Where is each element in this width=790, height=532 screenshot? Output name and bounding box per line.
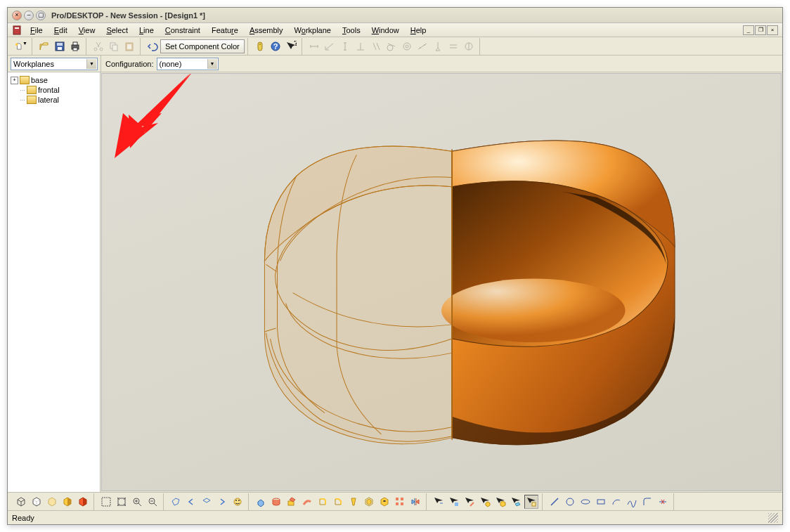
feature-pattern-button[interactable] — [393, 495, 407, 509]
mdi-restore[interactable]: ❐ — [755, 25, 766, 35]
menu-workplane[interactable]: Workplane — [289, 25, 337, 36]
window-controls: × – ▢ — [12, 11, 46, 20]
constraint-equal-button[interactable] — [446, 39, 460, 53]
info-button[interactable]: ? — [268, 39, 283, 53]
sketch-spline-button[interactable] — [625, 495, 639, 509]
zoom-window-button[interactable] — [99, 495, 113, 509]
view-trimetric-button[interactable] — [169, 495, 183, 509]
feature-sweep-button[interactable] — [300, 495, 314, 509]
new-button[interactable]: ▼ — [14, 39, 28, 53]
svg-rect-15 — [258, 42, 262, 51]
copy-button[interactable] — [107, 39, 121, 53]
paste-button[interactable] — [122, 39, 136, 53]
cut-button[interactable] — [91, 39, 105, 53]
properties-button[interactable] — [253, 39, 267, 53]
menu-select[interactable]: Select — [101, 25, 134, 36]
menu-window[interactable]: Window — [366, 25, 405, 36]
select-constraints-button[interactable] — [524, 495, 538, 509]
constraint-colinear-button[interactable] — [415, 39, 429, 53]
view-isometric-button[interactable] — [200, 495, 214, 509]
zoom-out-button[interactable] — [145, 495, 160, 509]
expand-icon[interactable]: + — [11, 77, 18, 84]
constraint-fix-button[interactable] — [431, 39, 445, 53]
svg-point-10 — [100, 48, 103, 51]
view-hidden-button[interactable] — [30, 495, 44, 509]
menu-line[interactable]: Line — [134, 25, 160, 36]
view-enhanced-button[interactable] — [76, 495, 90, 509]
context-help-button[interactable]: ? — [284, 39, 298, 53]
mdi-close[interactable]: × — [767, 25, 778, 35]
svg-rect-8 — [73, 48, 77, 51]
dim-horizontal-button[interactable] — [307, 39, 321, 53]
select-lines-button[interactable] — [432, 495, 446, 509]
constraint-concentric-button[interactable] — [400, 39, 414, 53]
feature-round-button[interactable] — [316, 495, 330, 509]
svg-rect-29 — [102, 498, 110, 506]
feature-tree[interactable]: + base ⋯ frontal ⋯ lateral — [8, 72, 101, 492]
zoom-fit-button[interactable] — [115, 495, 129, 509]
constraint-tangent-button[interactable] — [384, 39, 399, 53]
minimize-button[interactable]: – — [24, 11, 34, 20]
constraint-perpendicular-button[interactable] — [354, 39, 368, 53]
feature-extrude-button[interactable] — [254, 495, 268, 509]
feature-draft-button[interactable] — [347, 495, 361, 509]
select-features-button[interactable] — [478, 495, 492, 509]
menu-edit[interactable]: Edit — [48, 25, 73, 36]
maximize-button[interactable]: ▢ — [36, 11, 46, 20]
select-edges-button[interactable] — [462, 495, 477, 509]
menu-tools[interactable]: Tools — [337, 25, 366, 36]
print-button[interactable] — [68, 39, 82, 53]
view-plan-button[interactable] — [231, 495, 245, 509]
browser-type-combo[interactable]: Workplanes ▼ — [11, 58, 98, 70]
constraint-parallel-button[interactable] — [369, 39, 383, 53]
tree-item-base[interactable]: + base — [9, 75, 98, 85]
select-parts-button[interactable] — [493, 495, 507, 509]
dim-vertical-button[interactable] — [338, 39, 352, 53]
close-button[interactable]: × — [12, 11, 22, 20]
view-wireframe-button[interactable] — [14, 495, 28, 509]
feature-mirror-button[interactable] — [408, 495, 422, 509]
constraint-symmetric-button[interactable] — [462, 39, 476, 53]
titlebar: × – ▢ Pro/DESKTOP - New Session - [Desig… — [8, 8, 782, 23]
mdi-minimize[interactable]: _ — [743, 25, 754, 35]
workplane-icon — [20, 76, 30, 84]
menu-view[interactable]: View — [73, 25, 101, 36]
svg-rect-0 — [13, 26, 20, 34]
set-component-color-button[interactable]: Set Component Color — [160, 39, 245, 53]
undo-button[interactable] — [145, 39, 160, 53]
feature-hole-button[interactable] — [377, 495, 391, 509]
select-workplanes-button[interactable] — [509, 495, 523, 509]
svg-point-21 — [403, 43, 410, 50]
view-transparent-button[interactable] — [45, 495, 59, 509]
resize-grip[interactable] — [768, 513, 778, 523]
sketch-arc-button[interactable] — [609, 495, 623, 509]
svg-point-23 — [420, 47, 421, 48]
feature-project-button[interactable] — [285, 495, 299, 509]
sketch-delete-segment-button[interactable] — [656, 495, 670, 509]
sketch-ellipse-button[interactable] — [578, 495, 592, 509]
view-previous-button[interactable] — [184, 495, 198, 509]
save-button[interactable] — [53, 39, 67, 53]
open-button[interactable] — [37, 39, 51, 53]
menu-feature[interactable]: Feature — [206, 25, 244, 36]
feature-shell-button[interactable] — [362, 495, 376, 509]
dim-straighten-button[interactable] — [323, 39, 337, 53]
feature-chamfer-button[interactable] — [331, 495, 345, 509]
select-faces-button[interactable] — [447, 495, 461, 509]
menu-assembly[interactable]: Assembly — [244, 25, 289, 36]
feature-revolve-button[interactable] — [269, 495, 283, 509]
menu-file[interactable]: File — [25, 25, 48, 36]
sketch-fillet-button[interactable] — [640, 495, 654, 509]
sketch-circle-button[interactable] — [563, 495, 577, 509]
zoom-in-button[interactable] — [130, 495, 144, 509]
tree-item-frontal[interactable]: ⋯ frontal — [9, 85, 98, 95]
menu-constraint[interactable]: Constraint — [160, 25, 206, 36]
sketch-rectangle-button[interactable] — [594, 495, 608, 509]
menu-help[interactable]: Help — [405, 25, 432, 36]
configuration-combo[interactable]: (none) ▼ — [157, 58, 219, 70]
tree-item-lateral[interactable]: ⋯ lateral — [9, 95, 98, 105]
view-shaded-button[interactable] — [60, 495, 75, 509]
sketch-line-button[interactable] — [548, 495, 562, 509]
view-next-button[interactable] — [215, 495, 229, 509]
3d-viewport[interactable] — [101, 73, 782, 491]
